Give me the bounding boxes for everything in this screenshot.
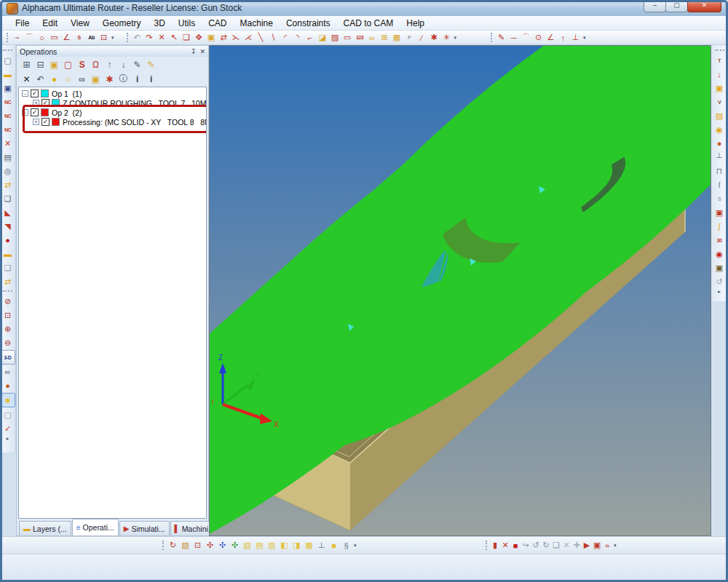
- chain-select-icon[interactable]: ∞: [366, 31, 379, 44]
- tree-checkbox[interactable]: ✓: [41, 118, 50, 126]
- ball-nose-icon[interactable]: ◉: [713, 123, 726, 136]
- viewport-3d[interactable]: Z Y X i: [209, 45, 711, 536]
- transfer-icon[interactable]: ⇄: [1, 275, 15, 288]
- operations-tree[interactable]: - ✓ Op 1 (1) + ✓ Z CONTOUR ROUGHING TOOL…: [18, 87, 207, 519]
- perpendicular-icon[interactable]: ⊥: [569, 31, 582, 44]
- tangent-icon[interactable]: ∠: [545, 31, 557, 44]
- zoom-in-icon[interactable]: ⊕: [1, 322, 15, 335]
- transform-icon[interactable]: ✥: [193, 31, 205, 44]
- nc-edit-icon[interactable]: NC: [1, 123, 15, 136]
- save-icon[interactable]: ▣: [1, 81, 15, 95]
- undercut-tool-icon[interactable]: ʃ: [713, 220, 726, 233]
- mirror-icon[interactable]: ⇄: [218, 31, 230, 44]
- open-macro-icon[interactable]: ▬: [1, 247, 15, 260]
- toolbar-grip[interactable]: [127, 33, 128, 42]
- delete-nc-icon[interactable]: ✕: [1, 137, 15, 150]
- window-copy-icon[interactable]: ❏: [1, 192, 15, 205]
- snap-intersect-icon[interactable]: ✱: [428, 31, 440, 44]
- pocketing-icon[interactable]: ▣: [713, 81, 726, 95]
- circle-icon[interactable]: ○: [36, 31, 48, 44]
- multi-edit-icon[interactable]: ✎: [144, 58, 158, 71]
- renumber-sequence-icon[interactable]: S: [75, 58, 89, 71]
- text-tool-icon[interactable]: Ab: [85, 31, 98, 44]
- snap-mid-icon[interactable]: ✳: [440, 31, 453, 44]
- menu-cad-to-cam[interactable]: CAD to CAM: [337, 16, 400, 31]
- toolbar-grip[interactable]: [162, 541, 164, 550]
- tree-row-op2-child[interactable]: + ✓ Processing: (MC SOLID - XY TOOL 8 8M…: [19, 117, 206, 127]
- contour-icon[interactable]: ▨: [329, 31, 341, 44]
- stock-model-icon[interactable]: ▣: [713, 261, 726, 274]
- undo-icon[interactable]: ↶: [131, 31, 143, 44]
- view-top-icon[interactable]: ▤: [253, 539, 266, 551]
- sketch-plane-icon[interactable]: §: [340, 539, 352, 551]
- cad-output-icon[interactable]: ◥: [1, 220, 15, 233]
- move-icon[interactable]: ↖: [168, 31, 181, 44]
- info-tool-icon[interactable]: i: [130, 73, 144, 85]
- toolbar-overflow-chevron[interactable]: ▾: [111, 35, 114, 41]
- tree-checkbox[interactable]: ✓: [31, 108, 39, 116]
- line-constraint-icon[interactable]: ─: [507, 31, 520, 44]
- axis-triad-plan-icon[interactable]: ✣: [229, 539, 241, 551]
- arc-icon[interactable]: ⌒: [23, 31, 36, 44]
- trim-corner-icon[interactable]: ⋌: [242, 31, 255, 44]
- toolbar-overflow-chevron[interactable]: ▾: [614, 543, 617, 549]
- tree-checkbox[interactable]: ✓: [41, 99, 50, 107]
- tree-row-op2[interactable]: - ✓ Op 2 (2): [19, 108, 206, 117]
- machine-3d-icon[interactable]: ▣: [713, 206, 726, 219]
- close-button[interactable]: ✕: [687, 0, 721, 12]
- copy-simulation-icon[interactable]: ❏: [551, 539, 561, 551]
- menu-machine[interactable]: Machine: [234, 16, 280, 31]
- operations-panel-header[interactable]: Operations ↧ ✕: [17, 46, 208, 57]
- grid-icon[interactable]: ⊞: [379, 31, 391, 44]
- solid-simulation-icon[interactable]: ▮: [490, 539, 500, 551]
- print-preview-icon[interactable]: ◎: [1, 164, 15, 178]
- clear-simulation-icon[interactable]: ✕: [500, 539, 510, 551]
- toolbar-grip[interactable]: [715, 49, 724, 51]
- move-down-icon[interactable]: ↓: [116, 58, 130, 71]
- unlock-icon[interactable]: ○: [61, 73, 75, 85]
- tree-checkbox[interactable]: ✓: [31, 89, 39, 97]
- toolbar-grip[interactable]: [3, 49, 12, 51]
- paste-special-icon[interactable]: ▣: [205, 31, 218, 44]
- render-ball-icon[interactable]: ●: [713, 137, 726, 150]
- rotate-ccw-icon[interactable]: ↺: [531, 539, 541, 551]
- pin-icon[interactable]: ↧: [191, 48, 197, 55]
- print-icon[interactable]: ▤: [1, 151, 15, 164]
- trim-icon[interactable]: ⋋: [230, 31, 242, 44]
- extend-icon[interactable]: ∖: [267, 31, 280, 44]
- tree-row-op1[interactable]: - ✓ Op 1 (1): [19, 89, 206, 98]
- tree-expander[interactable]: -: [22, 109, 28, 116]
- zoom-out-icon[interactable]: ⊖: [1, 336, 15, 349]
- replay-simulation-icon[interactable]: ↪: [521, 539, 531, 551]
- tree-expander[interactable]: -: [22, 90, 28, 97]
- new-drawing-icon[interactable]: ▢: [1, 54, 15, 67]
- tool-display-icon[interactable]: ▣: [592, 539, 602, 551]
- v-carve-icon[interactable]: V: [713, 95, 726, 108]
- toolbar-grip[interactable]: [491, 33, 492, 42]
- tree-expander[interactable]: +: [33, 119, 39, 125]
- redo-icon[interactable]: ↷: [143, 31, 156, 44]
- edit-operation-icon[interactable]: ✎: [130, 58, 144, 71]
- renumber-order-icon[interactable]: Ω: [89, 58, 103, 71]
- add-operation-icon[interactable]: ⊞: [20, 58, 33, 71]
- bounding-box-icon[interactable]: ⊡: [98, 31, 110, 44]
- fast-forward-icon[interactable]: ▶: [582, 539, 592, 551]
- run-macro-icon[interactable]: ●: [1, 234, 15, 247]
- nc-output-icon[interactable]: NC: [1, 95, 15, 108]
- options-icon[interactable]: ✱: [103, 73, 116, 85]
- maximize-button[interactable]: ▢: [665, 0, 688, 12]
- axis-triad-free-icon[interactable]: ✣: [204, 539, 216, 551]
- spindle-icon[interactable]: ┴: [713, 151, 726, 164]
- zoom-window-icon[interactable]: ⊡: [1, 308, 15, 322]
- copy-icon[interactable]: ❏: [181, 31, 193, 44]
- break-icon[interactable]: ╲: [255, 31, 267, 44]
- text-box-icon[interactable]: P: [403, 31, 416, 44]
- delete-operation-icon[interactable]: ✕: [20, 73, 33, 85]
- title-bar[interactable]: Alphacam Ultimate Router - Reseller Lice…: [0, 0, 728, 17]
- toolbar-grip[interactable]: [7, 33, 8, 42]
- toolbar-grip[interactable]: [486, 541, 487, 550]
- c30-icon[interactable]: 30: [713, 234, 726, 247]
- delete-icon[interactable]: ✕: [156, 31, 168, 44]
- view-3d-icon[interactable]: 3-D: [1, 350, 15, 364]
- tab-layers[interactable]: ▬ Layers (...: [19, 521, 71, 535]
